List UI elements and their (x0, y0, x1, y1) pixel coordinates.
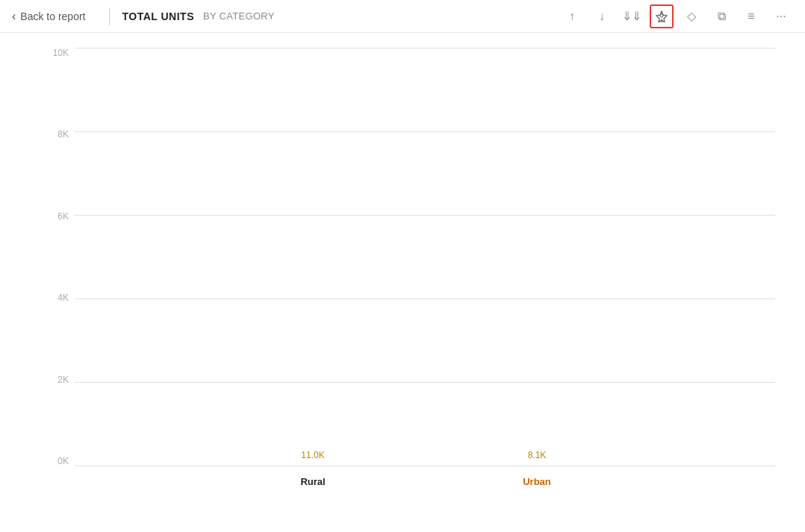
bar-group-urban: 8.1K (455, 450, 619, 466)
y-label-4k: 4K (45, 292, 75, 303)
bar-value-rural: 11.0K (301, 450, 324, 460)
bars-container: 11.0K 8.1K (75, 48, 775, 466)
chart-inner: 11.0K 8.1K Rural Urban (75, 48, 775, 487)
bar-value-urban: 8.1K (528, 450, 547, 460)
toolbar-right: ↑ ↓ ⇓⇓ ◇ ⧉ ≡ ··· (560, 4, 793, 28)
bar-group-rural: 11.0K (231, 450, 395, 466)
toolbar-left: ‹ Back to report TOTAL UNITS BY CATEGORY (12, 7, 275, 25)
pin-button[interactable] (650, 4, 674, 28)
vertical-divider (109, 7, 110, 25)
back-button[interactable]: ‹ Back to report (12, 10, 97, 23)
filter-button[interactable]: ≡ (739, 4, 763, 28)
sort-asc-button[interactable]: ↑ (560, 4, 584, 28)
y-axis: 0K 2K 4K 6K 8K 10K (45, 48, 75, 487)
sort-desc-button[interactable]: ↓ (590, 4, 614, 28)
copy-button[interactable]: ⧉ (709, 4, 733, 28)
page-title: TOTAL UNITS (122, 10, 194, 22)
y-label-6k: 6K (45, 211, 75, 222)
bookmark-button[interactable]: ◇ (680, 4, 703, 28)
x-labels: Rural Urban (75, 472, 775, 487)
more-button[interactable]: ··· (769, 4, 793, 28)
y-label-2k: 2K (45, 375, 75, 385)
svg-point-0 (660, 14, 663, 17)
x-label-rural: Rural (231, 472, 395, 487)
y-label-8k: 8K (45, 129, 75, 140)
chevron-left-icon: ‹ (12, 10, 16, 23)
chart-area: 0K 2K 4K 6K 8K 10K 11.0K (0, 33, 805, 532)
back-label: Back to report (20, 10, 85, 22)
x-label-urban: Urban (455, 472, 619, 487)
sort-desc-double-button[interactable]: ⇓⇓ (620, 4, 644, 28)
pin-icon (656, 10, 668, 22)
page-subtitle: BY CATEGORY (203, 10, 275, 22)
chart-wrapper: 0K 2K 4K 6K 8K 10K 11.0K (45, 48, 775, 487)
toolbar: ‹ Back to report TOTAL UNITS BY CATEGORY… (0, 0, 805, 33)
y-label-0k: 0K (45, 456, 75, 466)
y-label-10k: 10K (45, 48, 75, 58)
